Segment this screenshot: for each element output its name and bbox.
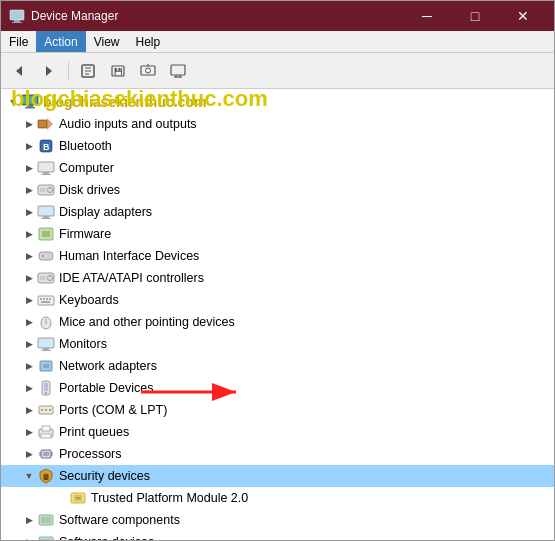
expand-icon[interactable]: ▶ xyxy=(21,248,37,264)
svg-rect-33 xyxy=(38,206,54,216)
list-item[interactable]: ▶ Print queues xyxy=(1,421,554,443)
svg-rect-29 xyxy=(41,174,51,175)
monitor-icon xyxy=(37,336,55,352)
list-item[interactable]: ▶ Keyboards xyxy=(1,289,554,311)
software-devices-icon xyxy=(37,534,55,540)
svg-rect-40 xyxy=(47,254,51,258)
svg-rect-52 xyxy=(38,338,54,348)
expand-icon[interactable]: ▶ xyxy=(21,358,37,374)
toolbar: 💾 xyxy=(1,53,554,89)
root-expand-icon[interactable]: ▼ xyxy=(5,94,21,110)
svg-text:💾: 💾 xyxy=(114,67,123,76)
scan-button[interactable] xyxy=(134,57,162,85)
item-label: Processors xyxy=(59,447,122,461)
update-driver-button[interactable]: 💾 xyxy=(104,57,132,85)
display-icon xyxy=(37,204,55,220)
list-item[interactable]: ▶ Human Interface Devices xyxy=(1,245,554,267)
toolbar-separator-1 xyxy=(68,61,69,81)
expand-icon[interactable]: ▶ xyxy=(21,116,37,132)
portable-icon xyxy=(37,380,55,396)
svg-rect-65 xyxy=(42,426,50,431)
tree-root[interactable]: ▼ blogchiasekienthuc.com xyxy=(1,91,554,113)
svg-rect-46 xyxy=(43,298,45,300)
software-components-label: Software components xyxy=(59,513,180,527)
list-item[interactable]: ▶ Computer xyxy=(1,157,554,179)
menu-help[interactable]: Help xyxy=(128,31,169,52)
list-item[interactable]: ▶ Processors xyxy=(1,443,554,465)
menu-file[interactable]: File xyxy=(1,31,36,52)
mouse-icon xyxy=(37,314,55,330)
item-label: IDE ATA/ATAPI controllers xyxy=(59,271,204,285)
svg-rect-2 xyxy=(12,22,22,23)
expand-icon[interactable]: ▶ xyxy=(21,226,37,242)
svg-point-39 xyxy=(42,255,45,258)
list-item[interactable]: ▶ Disk drives xyxy=(1,179,554,201)
svg-point-62 xyxy=(45,409,47,411)
svg-rect-45 xyxy=(40,298,42,300)
svg-marker-4 xyxy=(46,66,52,76)
display-button[interactable] xyxy=(164,57,192,85)
list-item[interactable]: ▶ Network adapters xyxy=(1,355,554,377)
svg-rect-0 xyxy=(10,10,24,20)
back-button[interactable] xyxy=(5,57,33,85)
expand-icon[interactable]: ▶ xyxy=(21,270,37,286)
menubar: File Action View Help xyxy=(1,31,554,53)
forward-button[interactable] xyxy=(35,57,63,85)
list-item[interactable]: ▶ Audio inputs and outputs xyxy=(1,113,554,135)
expand-icon[interactable]: ▶ xyxy=(21,336,37,352)
properties-button[interactable] xyxy=(74,57,102,85)
svg-rect-44 xyxy=(38,296,54,305)
svg-rect-32 xyxy=(40,188,46,192)
expand-icon[interactable]: ▶ xyxy=(21,182,37,198)
item-label: Monitors xyxy=(59,337,107,351)
expand-icon[interactable]: ▶ xyxy=(21,314,37,330)
expand-icon[interactable]: ▶ xyxy=(21,402,37,418)
list-item[interactable]: ▶ Mice and other pointing devices xyxy=(1,311,554,333)
expand-icon[interactable]: ▶ xyxy=(21,446,37,462)
security-devices-item[interactable]: ▼ Security devices xyxy=(1,465,554,487)
hid-icon xyxy=(37,248,55,264)
svg-rect-21 xyxy=(27,105,33,107)
list-item[interactable]: ▶ Display adapters xyxy=(1,201,554,223)
list-item[interactable]: ▶ Ports (COM & LPT) xyxy=(1,399,554,421)
maximize-button[interactable]: □ xyxy=(452,1,498,31)
expand-icon[interactable]: ▶ xyxy=(21,160,37,176)
close-button[interactable]: ✕ xyxy=(500,1,546,31)
window-controls: ─ □ ✕ xyxy=(404,1,546,31)
svg-rect-47 xyxy=(46,298,48,300)
svg-text:B: B xyxy=(43,142,50,152)
security-expand-icon[interactable]: ▼ xyxy=(21,468,37,484)
expand-icon[interactable]: ▶ xyxy=(21,292,37,308)
expand-icon[interactable]: ▶ xyxy=(21,204,37,220)
svg-rect-43 xyxy=(40,276,46,280)
expand-icon[interactable]: ▶ xyxy=(21,138,37,154)
svg-marker-24 xyxy=(47,118,53,130)
item-label: Bluetooth xyxy=(59,139,112,153)
item-label: Display adapters xyxy=(59,205,152,219)
item-label: Ports (COM & LPT) xyxy=(59,403,167,417)
menu-view[interactable]: View xyxy=(86,31,128,52)
menu-action[interactable]: Action xyxy=(36,31,85,52)
security-icon xyxy=(37,468,55,484)
expand-icon[interactable]: ▶ xyxy=(21,534,37,540)
tpm-item[interactable]: Trusted Platform Module 2.0 xyxy=(1,487,554,509)
device-tree[interactable]: ▼ blogchiasekienthuc.com ▶ Audio inputs … xyxy=(1,89,554,540)
list-item[interactable]: ▶ Monitors xyxy=(1,333,554,355)
list-item[interactable]: ▶ IDE ATA/ATAPI controllers xyxy=(1,267,554,289)
ports-icon xyxy=(37,402,55,418)
list-item[interactable]: ▶ Software devices xyxy=(1,531,554,540)
list-item[interactable]: ▶ B Bluetooth xyxy=(1,135,554,157)
expand-icon[interactable]: ▶ xyxy=(21,424,37,440)
svg-rect-66 xyxy=(41,434,51,438)
minimize-button[interactable]: ─ xyxy=(404,1,450,31)
list-item[interactable]: ▶ Firmware xyxy=(1,223,554,245)
expand-icon[interactable]: ▶ xyxy=(21,512,37,528)
software-components-icon xyxy=(37,512,55,528)
list-item[interactable]: ▶ Portable Devices xyxy=(1,377,554,399)
list-item[interactable]: ▶ Software components xyxy=(1,509,554,531)
svg-rect-53 xyxy=(43,348,49,350)
svg-rect-11 xyxy=(141,66,155,75)
security-devices-label: Security devices xyxy=(59,469,150,483)
expand-icon[interactable]: ▶ xyxy=(21,380,37,396)
tpm-icon xyxy=(69,490,87,506)
